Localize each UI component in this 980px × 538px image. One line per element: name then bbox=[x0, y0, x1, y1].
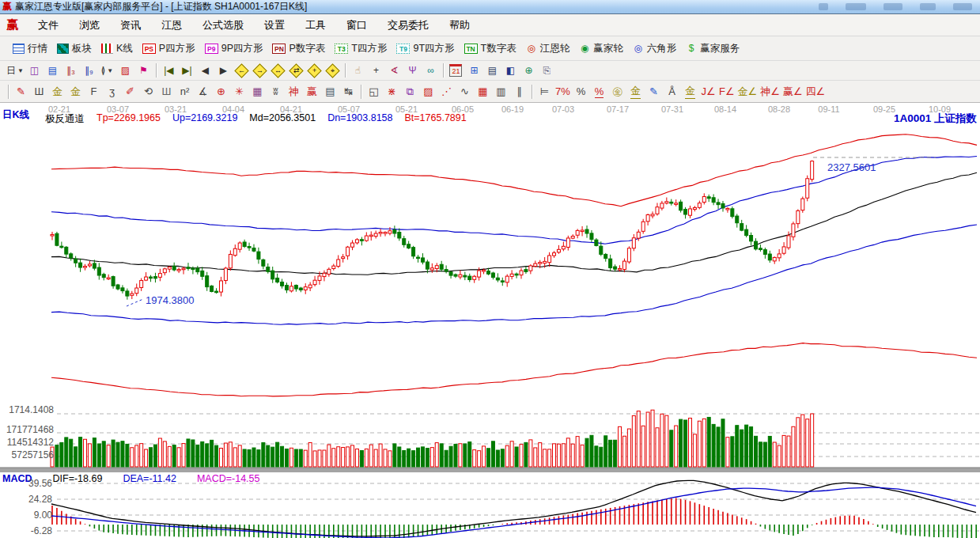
shift-both-button[interactable]: ↔ bbox=[269, 63, 287, 79]
chart-area[interactable]: 02-2103-0703-2104-0404-2105-0705-2106-05… bbox=[0, 103, 980, 538]
f-angle-button[interactable]: F∠ bbox=[717, 82, 736, 100]
period-day-selector-button[interactable]: 日▼ bbox=[5, 63, 25, 79]
grid-2-icon: ▥ bbox=[496, 85, 505, 97]
menu-浏览[interactable]: 浏览 bbox=[69, 16, 110, 35]
grid-123-button[interactable]: ▤ bbox=[321, 82, 339, 100]
protractor-button[interactable]: ∡ bbox=[194, 82, 212, 100]
menubar: 赢 文件浏览资讯江恩公式选股设置工具窗口交易委托帮助 bbox=[0, 14, 980, 36]
toolbar-p-square-button[interactable]: PSP四方形 bbox=[138, 40, 200, 57]
prev-page-button[interactable]: ◀ bbox=[196, 63, 214, 79]
menu-工具[interactable]: 工具 bbox=[295, 16, 336, 35]
rays-small-button[interactable]: ⋰ bbox=[437, 82, 456, 100]
web-grid-button[interactable]: ▦ bbox=[248, 82, 267, 100]
crosshair-button[interactable]: + bbox=[367, 63, 385, 79]
gold-angle-button[interactable]: 金∠ bbox=[736, 82, 759, 100]
bars-3-button[interactable]: ∥₃ bbox=[62, 63, 80, 79]
toolbar-quote-button[interactable]: 行情 bbox=[8, 40, 52, 57]
save-button[interactable]: ◧ bbox=[501, 63, 520, 79]
candle-style-icon: ≬ bbox=[101, 65, 106, 76]
curve-tool-button[interactable]: ∿ bbox=[456, 82, 474, 100]
menu-窗口[interactable]: 窗口 bbox=[336, 16, 377, 35]
gold-lines-button[interactable]: 金 bbox=[626, 82, 645, 100]
parallel-lines-button[interactable]: ∥ bbox=[510, 82, 528, 100]
menu-交易委托[interactable]: 交易委托 bbox=[377, 16, 439, 35]
hatch-box-button[interactable]: ▨ bbox=[419, 82, 437, 100]
si-angle-button[interactable]: 四∠ bbox=[804, 82, 827, 100]
span-arrows-button[interactable]: ↹ bbox=[339, 82, 358, 100]
percent-line-button[interactable]: % bbox=[590, 82, 608, 100]
toolbar-t-square-button[interactable]: T3T四方形 bbox=[330, 40, 392, 57]
ying-ruler-button[interactable]: 赢 bbox=[303, 82, 321, 100]
menu-帮助[interactable]: 帮助 bbox=[439, 16, 480, 35]
angle-measure-button[interactable]: ∢ bbox=[385, 63, 403, 79]
gold-ruler-1-button[interactable]: 金 bbox=[48, 82, 66, 100]
compress-button[interactable]: ⇄ bbox=[287, 63, 305, 79]
grid-2-button[interactable]: ▥ bbox=[492, 82, 510, 100]
report-button[interactable]: ▤ bbox=[483, 63, 501, 79]
zoom-out-all-button[interactable]: + bbox=[305, 63, 324, 79]
export-pc-button[interactable]: ⎘ bbox=[538, 63, 556, 79]
spiral-3-button[interactable]: ʒ bbox=[103, 82, 121, 100]
percent-button[interactable]: % bbox=[572, 82, 590, 100]
signal-flag-button[interactable]: ⚑ bbox=[134, 63, 153, 79]
bars-9-button[interactable]: ∥₉ bbox=[80, 63, 98, 79]
pan-hand-button[interactable]: ☝ bbox=[349, 63, 367, 79]
next-page-button[interactable]: ▶ bbox=[214, 63, 233, 79]
cycle-circle-button[interactable]: ⟲ bbox=[139, 82, 157, 100]
toolbar-9p-square-button[interactable]: P99P四方形 bbox=[200, 40, 268, 57]
gold-underline-button[interactable]: 金 bbox=[681, 82, 699, 100]
knot-tool-button[interactable]: ∞ bbox=[422, 63, 440, 79]
menu-文件[interactable]: 文件 bbox=[28, 16, 69, 35]
toolbar-gann-wheel-button[interactable]: ◎江恩轮 bbox=[521, 40, 575, 57]
gold-circle-button[interactable]: ㊎ bbox=[608, 82, 626, 100]
target-circle-button[interactable]: ⊕ bbox=[212, 82, 230, 100]
ray-fan-button[interactable]: ⋇ bbox=[383, 82, 401, 100]
pattern-red-button[interactable]: ▨ bbox=[116, 63, 134, 79]
menu-设置[interactable]: 设置 bbox=[254, 16, 295, 35]
toolbar-winner-service-button[interactable]: $赢家服务 bbox=[681, 40, 744, 57]
n-squared-button[interactable]: n² bbox=[176, 82, 194, 100]
f-ruler-button[interactable]: F bbox=[85, 82, 103, 100]
toolbar-kline-button[interactable]: K线 bbox=[96, 40, 138, 57]
toolbar-sectors-button[interactable]: 板块 bbox=[52, 40, 96, 57]
menu-江恩[interactable]: 江恩 bbox=[151, 16, 192, 35]
menu-公式选股[interactable]: 公式选股 bbox=[192, 16, 254, 35]
j-angle-button[interactable]: J∠ bbox=[699, 82, 717, 100]
menu-资讯[interactable]: 资讯 bbox=[110, 16, 151, 35]
last-page-button[interactable]: ▶| bbox=[178, 63, 196, 79]
draw-pencil-button[interactable]: ✎ bbox=[12, 82, 30, 100]
toolbar-winner-wheel-button[interactable]: ◉赢家轮 bbox=[574, 40, 628, 57]
shen-angle-button[interactable]: 神∠ bbox=[759, 82, 781, 100]
shen-ruler-button[interactable]: 神 bbox=[285, 82, 303, 100]
toolbar-9t-square-button[interactable]: T99T四方形 bbox=[392, 40, 459, 57]
save-web-button[interactable]: ⊕ bbox=[520, 63, 538, 79]
ruler-comb-button[interactable]: Ш bbox=[30, 82, 48, 100]
calculator-button[interactable]: ⊞ bbox=[465, 63, 483, 79]
a-wave-button[interactable]: Å bbox=[663, 82, 681, 100]
calendar-21-button[interactable]: 21 bbox=[447, 63, 465, 79]
toolbar-p-number-table-button[interactable]: PNP数字表 bbox=[267, 40, 330, 57]
ruler-plain-button[interactable]: Ш bbox=[157, 82, 176, 100]
pattern-box-button[interactable]: ◫ bbox=[25, 63, 44, 79]
zoom-in-all-button[interactable]: ⌖ bbox=[324, 63, 342, 79]
info-clipboard-button[interactable]: ▤ bbox=[44, 63, 62, 79]
box-rays-button[interactable]: ⧉ bbox=[401, 82, 419, 100]
candle-style-button[interactable]: ≬▼ bbox=[98, 63, 116, 79]
gann-model-button[interactable]: Ψ bbox=[403, 63, 422, 79]
red-grid-button[interactable]: ▦ bbox=[474, 82, 492, 100]
percent-7-button[interactable]: 7% bbox=[554, 82, 572, 100]
first-page-button[interactable]: |◀ bbox=[160, 63, 178, 79]
toolbar-t-number-table-button[interactable]: TNT数字表 bbox=[460, 40, 521, 57]
shift-right-button[interactable]: → bbox=[251, 63, 269, 79]
draw-pencil-2-button[interactable]: ✐ bbox=[121, 82, 139, 100]
web-target-button[interactable]: ✳ bbox=[230, 82, 248, 100]
pencil-flag-button[interactable]: ✎ bbox=[645, 82, 663, 100]
ying-angle-button[interactable]: 赢∠ bbox=[781, 82, 804, 100]
k-marks-button[interactable]: ʬ bbox=[267, 82, 285, 100]
gold-ruler-2-button[interactable]: 金 bbox=[66, 82, 85, 100]
select-box-button[interactable]: ◱ bbox=[365, 82, 383, 100]
shift-left-button[interactable]: ← bbox=[233, 63, 251, 79]
toolbar-hexagon-button[interactable]: ◎六角形 bbox=[628, 40, 682, 57]
chart-ruler-button[interactable]: ⊨ bbox=[535, 82, 554, 100]
macd-header-token: DEA=-11.42 bbox=[123, 473, 176, 484]
